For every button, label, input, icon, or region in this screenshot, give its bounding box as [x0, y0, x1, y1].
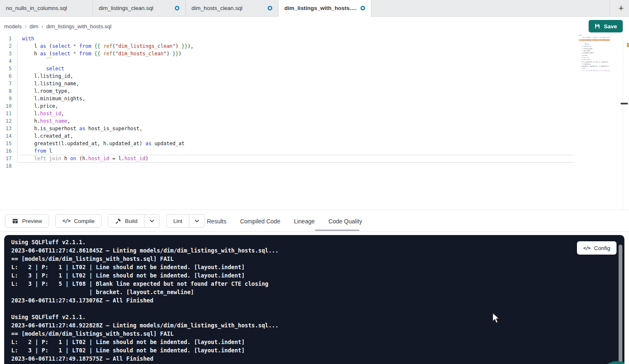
code-text: l.listing_name, [22, 80, 79, 87]
code-line-12[interactable]: 12 h.host_name, [0, 117, 629, 125]
tab-code-quality[interactable]: Code Quality [328, 218, 362, 225]
file-tab-dim_hosts_clean[interactable]: dim_hosts_clean.sql [186, 0, 278, 16]
code-line-11[interactable]: 11 l.host_id, [0, 110, 629, 117]
code-text: greatest(l.updated_at, h.updated_at) as … [22, 140, 184, 147]
code-text: l.created_at, [22, 132, 73, 140]
line-number: 18 [0, 162, 12, 170]
code-line-10[interactable]: 10 l.price, [0, 102, 629, 110]
code-text: l.minimum_nights, [22, 95, 85, 102]
overview-ruler-warning-marker [627, 43, 629, 47]
new-tab-zone: + [609, 0, 629, 16]
terminal-scrollbar[interactable] [619, 245, 622, 364]
file-tab-label: dim_listings_clean.sql [99, 5, 153, 11]
config-button[interactable]: </> Config [577, 241, 617, 255]
save-icon [594, 23, 600, 29]
tab-compiled-code[interactable]: Compiled Code [240, 218, 281, 225]
code-line-18[interactable]: 18 [0, 162, 629, 170]
code-line-7[interactable]: 7 l.listing_name, [0, 80, 629, 87]
line-number: 5 [0, 65, 12, 72]
unsaved-changes-dot-icon [268, 6, 272, 10]
code-text: h.host_name, [22, 117, 70, 125]
line-number: 13 [0, 125, 12, 132]
code-text: l.price, [22, 102, 58, 110]
hammer-icon [115, 218, 121, 224]
code-editor[interactable]: 1with2 l as (select * from {{ ref("dim_l… [0, 35, 629, 210]
scrollbar-position-marker[interactable] [621, 103, 628, 104]
preview-button-label: Preview [22, 218, 42, 224]
code-line-15[interactable]: 15 greatest(l.updated_at, h.updated_at) … [0, 140, 629, 147]
indent-guide [17, 42, 17, 162]
code-line-14[interactable]: 14 l.created_at, [0, 132, 629, 140]
breadcrumb-item-models: models [4, 23, 22, 30]
build-button-group: Build [108, 214, 160, 228]
lint-output-terminal: Using SQLFluff v2.1.1. 2023-06-06T11:27:… [4, 235, 624, 364]
action-toolbar: Preview </> Compile Build [0, 210, 629, 232]
lint-button[interactable]: Lint [166, 214, 189, 228]
code-text: left join h on (h.host_id = l.host_id) [22, 155, 149, 162]
code-brackets-icon: </> [62, 218, 70, 224]
save-button[interactable]: Save [589, 20, 623, 32]
code-text: l.listing_id, [22, 72, 73, 80]
code-line-4[interactable]: 4 [0, 57, 629, 65]
line-number: 17 [0, 155, 12, 162]
line-number: 8 [0, 87, 12, 95]
breadcrumb-separator-icon: › [25, 22, 27, 30]
toolbar-buttons: Preview </> Compile Build [5, 214, 205, 228]
build-button[interactable]: Build [108, 214, 144, 228]
line-number: 10 [0, 102, 12, 110]
code-line-1[interactable]: 1with [0, 35, 629, 42]
code-lines: 1with2 l as (select * from {{ ref("dim_l… [0, 35, 629, 170]
compile-button[interactable]: </> Compile [55, 214, 102, 228]
tab-results[interactable]: Results [207, 218, 226, 225]
code-line-16[interactable]: 16 from l [0, 147, 629, 155]
save-button-label: Save [604, 23, 617, 30]
file-tab-no_nulls_in_columns[interactable]: no_nulls_in_columns.sql [0, 0, 93, 16]
tab-lineage[interactable]: Lineage [294, 218, 315, 225]
tabs-holder: no_nulls_in_columns.sqldim_listings_clea… [0, 0, 371, 16]
breadcrumb-item-file: dim_listings_with_hosts.sql [46, 23, 112, 30]
lint-dropdown-button[interactable] [189, 214, 205, 228]
line-number: 6 [0, 72, 12, 80]
build-dropdown-button[interactable] [144, 214, 160, 228]
code-line-17[interactable]: 17 left join h on (h.host_id = l.host_id… [0, 155, 629, 162]
breadcrumb: models › dim › dim_listings_with_hosts.s… [4, 17, 112, 35]
file-tab-dim_listings_with_hosts[interactable]: dim_listings_with_hosts.sql [278, 0, 371, 16]
preview-button[interactable]: Preview [5, 214, 49, 228]
file-tab-label: dim_hosts_clean.sql [191, 5, 242, 11]
code-text: l.host_id, [22, 110, 64, 117]
line-number: 4 [0, 57, 12, 65]
unsaved-changes-dot-icon [175, 6, 179, 10]
build-button-label: Build [125, 218, 137, 224]
code-line-8[interactable]: 8 l.room_type, [0, 87, 629, 95]
line-number: 3 [0, 50, 12, 57]
code-line-3[interactable]: 3 h as (select * from {{ ref("dim_hosts_… [0, 50, 629, 57]
help-widget-button[interactable] [599, 361, 624, 364]
dbt-ide-window: no_nulls_in_columns.sqldim_listings_clea… [0, 0, 629, 364]
active-tab-indicator [315, 230, 359, 231]
code-text: l as (select * from {{ ref("dim_listings… [22, 42, 194, 50]
config-button-label: Config [594, 245, 610, 251]
code-text: h as (select * from {{ ref("dim_hosts_cl… [22, 50, 181, 57]
editor-tab-bar: no_nulls_in_columns.sqldim_listings_clea… [0, 0, 629, 17]
minimap-lines: with l as (select * from {{ ref("dim_lis… [579, 35, 610, 74]
new-tab-button[interactable]: + [613, 0, 629, 16]
code-line-2[interactable]: 2 l as (select * from {{ ref("dim_listin… [0, 42, 629, 50]
line-number: 15 [0, 140, 12, 147]
file-tab-label: dim_listings_with_hosts.sql [284, 5, 357, 11]
minimap[interactable]: with l as (select * from {{ ref("dim_lis… [579, 35, 610, 76]
file-tab-label: no_nulls_in_columns.sql [6, 5, 67, 11]
chevron-down-icon [149, 218, 155, 224]
panel-tabs: Results Compiled Code Lineage Code Quali… [207, 210, 362, 232]
file-tab-dim_listings_clean[interactable]: dim_listings_clean.sql [93, 0, 186, 16]
terminal-text: Using SQLFluff v2.1.1. 2023-06-06T11:27:… [11, 238, 278, 363]
code-line-13[interactable]: 13 h.is_superhost as host_is_superhost, [0, 125, 629, 132]
code-text: h.is_superhost as host_is_superhost, [22, 125, 142, 132]
code-line-5[interactable]: 5 select [0, 65, 629, 72]
tab-separator [609, 0, 610, 17]
lint-button-group: Lint [166, 214, 205, 228]
line-number: 11 [0, 110, 12, 117]
line-number: 2 [0, 42, 12, 50]
code-line-9[interactable]: 9 l.minimum_nights, [0, 95, 629, 102]
lint-button-label: Lint [173, 218, 182, 224]
code-line-6[interactable]: 6 l.listing_id, [0, 72, 629, 80]
